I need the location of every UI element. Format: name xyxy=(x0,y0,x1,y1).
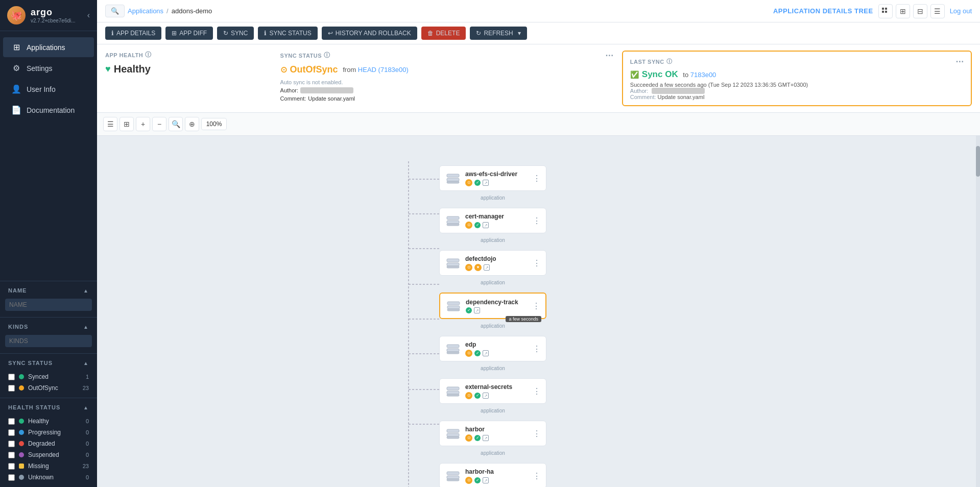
node-menu-external-secrets[interactable]: ⋮ xyxy=(533,386,541,396)
svg-rect-30 xyxy=(447,394,459,396)
zoom-fit-btn[interactable]: 🔍 xyxy=(169,117,183,131)
synced-dot xyxy=(19,374,24,379)
suspended-checkbox[interactable] xyxy=(8,452,15,458)
tree-view-icon[interactable] xyxy=(878,4,893,18)
filter-unknown[interactable]: Unknown 0 xyxy=(5,472,92,483)
kinds-filter-section: KINDS ▲ xyxy=(0,317,97,353)
filter-outofsync[interactable]: OutOfSync 23 xyxy=(5,382,92,394)
logout-button[interactable]: Log out xyxy=(950,7,972,15)
sync-comment: Comment: Update sonar.yaml xyxy=(280,95,614,102)
zoom-in-btn[interactable]: + xyxy=(136,117,150,131)
node-aws-efs-csi-driver[interactable]: aws-efs-csi-driver ⊙ ✓ ↗ ⋮ xyxy=(439,165,546,191)
node-time-badge-dependency-track: a few seconds xyxy=(506,316,541,322)
head-link[interactable]: HEAD (7183e00) xyxy=(358,66,409,74)
filter-progressing[interactable]: Progressing 0 xyxy=(5,427,92,438)
degraded-checkbox[interactable] xyxy=(8,441,15,447)
outofsync-checkbox[interactable] xyxy=(8,385,15,392)
sidebar-item-settings[interactable]: ⚙ Settings xyxy=(3,58,94,78)
external-link-dependency-track[interactable]: ↗ xyxy=(474,307,480,313)
node-edp[interactable]: edp ⊙ ✓ ↗ ⋮ xyxy=(439,336,546,361)
unknown-dot xyxy=(19,475,24,480)
outofsync-dot xyxy=(19,385,24,391)
progressing-checkbox[interactable] xyxy=(8,429,15,436)
svg-rect-2 xyxy=(882,11,884,13)
synced-checkbox[interactable] xyxy=(8,374,15,380)
app-diff-button[interactable]: ⊞ APP DIFF xyxy=(165,27,213,40)
node-icon-external-secrets xyxy=(445,383,461,399)
synced-label: Synced xyxy=(28,373,49,380)
sidebar-item-applications[interactable]: ⊞ Applications xyxy=(3,37,94,57)
last-sync-menu[interactable]: ⋯ xyxy=(955,57,964,66)
node-icon-harbor-ha xyxy=(445,468,461,484)
graph-area[interactable]: ☰ ⊞ + − 🔍 ⊕ 100% xyxy=(97,113,980,487)
sync-author: Author: xyxy=(280,87,614,93)
node-external-secrets[interactable]: external-secrets ⊙ ✓ ↗ ⋮ xyxy=(439,378,546,404)
unknown-count: 0 xyxy=(86,474,89,480)
node-dependency-track[interactable]: dependency-track ✓ ↗ ⋮ a few seconds xyxy=(439,293,546,319)
grid-view-btn[interactable]: ⊞ xyxy=(119,117,134,131)
back-button[interactable]: ‹ xyxy=(87,11,90,20)
node-defectdojo[interactable]: defectdojo ⊙ ♥ ↗ ⋮ xyxy=(439,250,546,276)
zoom-actual-btn[interactable]: ⊕ xyxy=(185,117,199,131)
app-health-info-icon: ⓘ xyxy=(145,51,152,59)
node-harbor-ha[interactable]: harbor-ha ⊙ ✓ ↗ ⋮ xyxy=(439,463,546,487)
kinds-filter-input[interactable] xyxy=(5,335,92,347)
missing-checkbox[interactable] xyxy=(8,463,15,470)
external-link-external-secrets[interactable]: ↗ xyxy=(483,393,489,399)
svg-rect-22 xyxy=(447,302,460,305)
network-view-icon[interactable]: ⊟ xyxy=(913,4,927,18)
sync-status-menu[interactable]: ⋯ xyxy=(605,51,614,60)
sidebar-item-documentation[interactable]: 📄 Documentation xyxy=(3,100,94,120)
node-harbor[interactable]: harbor ⊙ ✓ ↗ ⋮ xyxy=(439,421,546,446)
external-link-defectdojo[interactable]: ↗ xyxy=(484,264,490,271)
sidebar-item-user-info[interactable]: 👤 User Info xyxy=(3,79,94,99)
filter-missing[interactable]: Missing 23 xyxy=(5,460,92,472)
external-link-harbor[interactable]: ↗ xyxy=(483,435,489,441)
filter-healthy[interactable]: Healthy 0 xyxy=(5,416,92,427)
app-health-header: APP HEALTH ⓘ xyxy=(105,51,272,59)
breadcrumb-applications[interactable]: Applications xyxy=(128,7,163,15)
sync-ok-check-icon: ✅ xyxy=(630,70,639,79)
sync-status-card: SYNC STATUS ⓘ ⋯ ⊙ OutOfSync from HEAD (7… xyxy=(280,51,614,106)
table-view-icon[interactable]: ☰ xyxy=(930,4,945,18)
external-link-edp[interactable]: ↗ xyxy=(483,350,489,356)
external-link-harbor-ha[interactable]: ↗ xyxy=(483,477,489,483)
name-filter-input[interactable] xyxy=(5,299,92,311)
scrollbar-thumb[interactable] xyxy=(976,146,980,177)
list-view-icon[interactable]: ⊞ xyxy=(896,4,910,18)
history-rollback-button[interactable]: ↩ HISTORY AND ROLLBACK xyxy=(322,27,417,40)
external-link-cert-manager[interactable]: ↗ xyxy=(483,222,489,228)
sync-badge-edp: ⊙ xyxy=(465,350,472,357)
app-details-icon: ℹ xyxy=(111,30,114,37)
external-link-aws-efs[interactable]: ↗ xyxy=(483,180,489,186)
sync-status-button[interactable]: ℹ SYNC STATUS xyxy=(258,27,317,40)
app-details-button[interactable]: ℹ APP DETAILS xyxy=(105,27,161,40)
node-menu-cert-manager[interactable]: ⋮ xyxy=(533,216,541,226)
node-menu-edp[interactable]: ⋮ xyxy=(533,344,541,354)
scrollbar-track[interactable] xyxy=(976,136,980,487)
main-content: 🔍 Applications / addons-demo APPLICATION… xyxy=(97,0,980,487)
node-menu-dependency-track[interactable]: ⋮ xyxy=(532,301,540,311)
node-wrapper-edp: edp ⊙ ✓ ↗ ⋮ application xyxy=(439,333,546,371)
sync-button[interactable]: ↻ SYNC xyxy=(217,27,254,40)
svg-rect-16 xyxy=(447,216,459,220)
nodes-layout: aws-efs-csi-driver ⊙ ✓ ↗ ⋮ application xyxy=(97,136,980,487)
delete-button[interactable]: 🗑 DELETE xyxy=(421,27,466,40)
node-menu-harbor-ha[interactable]: ⋮ xyxy=(533,471,541,481)
node-cert-manager[interactable]: cert-manager ⊙ ✓ ↗ ⋮ xyxy=(439,208,546,233)
node-icon-dependency-track xyxy=(445,298,462,314)
refresh-button[interactable]: ↻ REFRESH ▾ xyxy=(470,27,527,40)
node-badges-cert-manager: ⊙ ✓ ↗ xyxy=(465,222,529,229)
filter-suspended[interactable]: Suspended 0 xyxy=(5,449,92,460)
settings-icon: ⚙ xyxy=(11,63,21,73)
node-menu-aws-efs[interactable]: ⋮ xyxy=(533,174,541,183)
filter-synced[interactable]: Synced 1 xyxy=(5,371,92,382)
unknown-checkbox[interactable] xyxy=(8,474,15,481)
node-menu-defectdojo[interactable]: ⋮ xyxy=(533,258,541,268)
list-view-btn[interactable]: ☰ xyxy=(103,117,117,131)
zoom-out-btn[interactable]: − xyxy=(152,117,166,131)
node-badges-dependency-track: ✓ ↗ xyxy=(466,307,528,313)
node-menu-harbor[interactable]: ⋮ xyxy=(533,429,541,439)
filter-degraded[interactable]: Degraded 0 xyxy=(5,438,92,449)
healthy-checkbox[interactable] xyxy=(8,418,15,425)
